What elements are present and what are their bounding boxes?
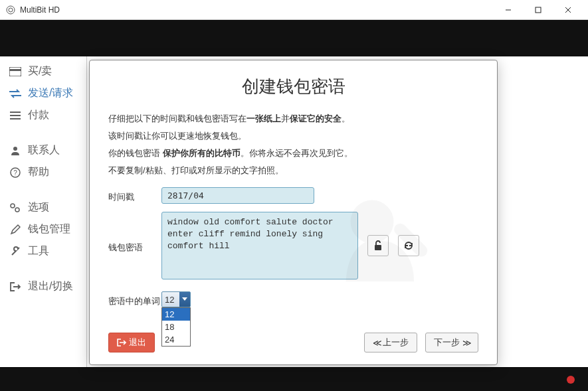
lock-open-icon bbox=[373, 240, 383, 251]
window-title: MultiBit HD bbox=[20, 5, 493, 15]
seed-textarea[interactable]: window old comfort salute doctor enter c… bbox=[161, 212, 358, 279]
wrench-icon bbox=[9, 246, 21, 258]
regenerate-button[interactable] bbox=[398, 235, 419, 256]
sidebar-item-options[interactable]: 选项 bbox=[0, 196, 86, 218]
minimize-button[interactable] bbox=[493, 0, 523, 20]
status-indicator-icon bbox=[567, 376, 575, 384]
svg-rect-7 bbox=[9, 69, 21, 71]
top-toolbar bbox=[0, 20, 588, 56]
sidebar-label: 退出/切换 bbox=[28, 279, 73, 293]
chevron-down-icon bbox=[179, 292, 190, 307]
svg-rect-6 bbox=[9, 67, 21, 76]
timestamp-label: 时间戳 bbox=[108, 187, 161, 203]
prev-button[interactable]: ≪ 上一步 bbox=[364, 333, 417, 352]
timestamp-field[interactable]: 2817/04 bbox=[161, 187, 314, 204]
toggle-visibility-button[interactable] bbox=[367, 235, 389, 256]
chevron-double-left-icon: ≪ bbox=[373, 338, 380, 348]
sidebar-label: 帮助 bbox=[28, 165, 49, 179]
sidebar: 买/卖 发送/请求 付款 联系人 ? 帮助 选项 bbox=[0, 56, 86, 367]
sidebar-item-tools[interactable]: 工具 bbox=[0, 240, 86, 262]
sidebar-label: 选项 bbox=[28, 200, 49, 214]
next-button[interactable]: 下一步 ≫ bbox=[425, 333, 478, 352]
sidebar-item-exit-switch[interactable]: 退出/切换 bbox=[0, 275, 86, 297]
svg-rect-18 bbox=[375, 245, 381, 250]
svg-point-14 bbox=[11, 204, 15, 208]
maximize-button[interactable] bbox=[523, 0, 553, 20]
svg-text:?: ? bbox=[13, 169, 17, 177]
sidebar-label: 发送/请求 bbox=[28, 86, 73, 100]
wordcount-option-18[interactable]: 18 bbox=[162, 321, 190, 333]
close-button[interactable] bbox=[553, 0, 583, 20]
sidebar-label: 联系人 bbox=[28, 143, 60, 157]
seed-label: 钱包密语 bbox=[108, 238, 161, 254]
sidebar-item-wallet-mgmt[interactable]: 钱包管理 bbox=[0, 218, 86, 240]
signout-icon bbox=[9, 281, 21, 293]
sidebar-item-send-request[interactable]: 发送/请求 bbox=[0, 82, 86, 104]
wordcount-label: 密语中的单词 bbox=[108, 291, 161, 307]
wordcount-option-12[interactable]: 12 bbox=[162, 308, 190, 321]
list-icon bbox=[9, 110, 21, 121]
edit-icon bbox=[9, 224, 21, 236]
exit-button[interactable]: 退出 bbox=[108, 333, 155, 352]
sidebar-item-payments[interactable]: 付款 bbox=[0, 104, 86, 126]
refresh-icon bbox=[403, 240, 414, 251]
cogs-icon bbox=[9, 202, 21, 214]
signout-icon bbox=[117, 339, 126, 347]
sidebar-item-contacts[interactable]: 联系人 bbox=[0, 139, 86, 161]
svg-point-1 bbox=[9, 8, 13, 12]
app-icon bbox=[5, 5, 16, 15]
svg-point-0 bbox=[7, 6, 15, 14]
svg-point-15 bbox=[15, 208, 19, 212]
create-wallet-seed-dialog: 创建钱包密语 仔细把以下的时间戳和钱包密语写在一张纸上并保证它的安全。 该时间戳… bbox=[89, 60, 498, 365]
sidebar-label: 付款 bbox=[28, 108, 49, 122]
wordcount-select[interactable]: 12 bbox=[161, 291, 191, 307]
sidebar-label: 钱包管理 bbox=[28, 222, 70, 236]
sidebar-item-help[interactable]: ? 帮助 bbox=[0, 161, 86, 183]
exchange-icon bbox=[9, 88, 21, 100]
svg-point-11 bbox=[13, 147, 17, 151]
sidebar-label: 工具 bbox=[28, 244, 49, 258]
dialog-title: 创建钱包密语 bbox=[108, 75, 478, 98]
chevron-double-right-icon: ≫ bbox=[462, 338, 470, 348]
question-icon: ? bbox=[9, 167, 21, 179]
svg-rect-3 bbox=[536, 7, 541, 13]
card-icon bbox=[9, 66, 21, 78]
titlebar: MultiBit HD bbox=[0, 0, 588, 20]
statusbar bbox=[0, 367, 588, 391]
user-icon bbox=[9, 145, 21, 157]
dialog-description: 仔细把以下的时间戳和钱包密语写在一张纸上并保证它的安全。 该时间戳让你可以更速地… bbox=[108, 110, 478, 179]
sidebar-item-buy-sell[interactable]: 买/卖 bbox=[0, 60, 86, 82]
sidebar-label: 买/卖 bbox=[28, 64, 52, 78]
